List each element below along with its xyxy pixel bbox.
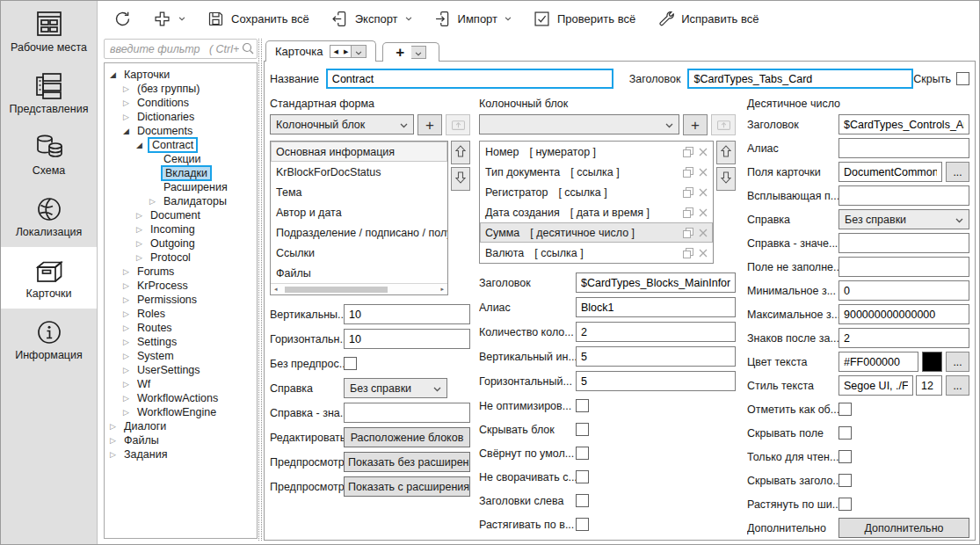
block-caption-input[interactable] (576, 272, 736, 293)
blocks-list-item[interactable]: KrBlockForDocStatus (271, 162, 447, 182)
tree-item-outgoing[interactable]: ▷Outgoing (108, 236, 257, 251)
tree-expander-icon[interactable]: ▷ (149, 198, 161, 206)
tree-expander-icon[interactable]: ▷ (136, 240, 148, 248)
tooltip-input[interactable] (838, 185, 969, 206)
hide-field-checkbox[interactable] (838, 426, 852, 440)
tab-list-dropdown[interactable] (352, 45, 367, 58)
tree-expander-icon[interactable]: ▷ (123, 310, 134, 318)
no-preview-checkbox[interactable] (344, 357, 357, 370)
tree-expander-icon[interactable]: ◢ (110, 71, 121, 79)
controls-list-item[interactable]: Сумма[ десятичное число ] (480, 222, 713, 243)
tree-item-usersettings[interactable]: ▷UserSettings (108, 363, 257, 377)
tree-expander-icon[interactable]: ▷ (123, 282, 134, 290)
controls-list-item[interactable]: Номер[ нумератор ] (480, 142, 713, 162)
hide-control-caption-checkbox[interactable] (838, 474, 852, 487)
blocks-list-item[interactable]: Тема (271, 182, 447, 202)
help-mode-combo[interactable]: Без справки (344, 378, 447, 398)
controls-list-item[interactable]: Тип документа[ ссылка ] (480, 162, 713, 182)
add-button[interactable] (153, 10, 185, 28)
tree-item-карточки[interactable]: ◢Карточки (108, 68, 257, 82)
mark-as-required-checkbox[interactable] (838, 403, 852, 416)
arrow-right-icon[interactable]: ▶ (341, 48, 351, 55)
move-down-button[interactable] (716, 167, 736, 191)
not-optimized-checkbox[interactable] (576, 399, 589, 412)
sidebar-item-views[interactable]: Представления (1, 62, 97, 124)
help-value-input[interactable] (838, 233, 969, 253)
tree-item-routes[interactable]: ▷Routes (108, 321, 257, 335)
tree-item-protocol[interactable]: ▷Protocol (108, 251, 257, 265)
controls-list-item[interactable]: Валюта[ ссылка ] (480, 243, 713, 263)
tree-expander-icon[interactable]: ▷ (110, 423, 121, 431)
tree-item-расширения[interactable]: Расширения (108, 180, 257, 194)
sidebar-item-info[interactable]: Информация (1, 309, 97, 370)
add-control-button[interactable]: + (683, 114, 708, 135)
tree-expander-icon[interactable]: ▷ (123, 409, 134, 417)
tree-expander-icon[interactable]: ▷ (123, 99, 134, 107)
control-alias-input[interactable] (838, 138, 969, 158)
horizontal-scrollbar[interactable]: ◂▸ (271, 283, 447, 294)
block-alias-input[interactable] (576, 297, 736, 317)
blocks-list-item[interactable]: Ссылки (271, 243, 447, 263)
tree-expander-icon[interactable]: ▷ (123, 268, 134, 276)
copy-icon[interactable] (683, 167, 693, 178)
tree-expander-icon[interactable]: ▷ (136, 254, 148, 262)
text-style-input[interactable] (838, 375, 913, 396)
edit-blocks-layout-button[interactable]: Расположение блоков (344, 427, 470, 447)
tree-expander-icon[interactable]: ▷ (136, 226, 148, 234)
copy-icon[interactable] (683, 207, 693, 218)
help-mode-combo[interactable]: Без справки (838, 209, 969, 229)
vertical-interval-input[interactable] (576, 346, 736, 367)
delete-icon[interactable] (699, 249, 708, 258)
tree-item-секции[interactable]: Секции (108, 152, 257, 166)
columns-count-input[interactable] (576, 322, 736, 342)
tab-card[interactable]: Карточка ◀ ▶ (265, 40, 376, 62)
captions-left-checkbox[interactable] (576, 494, 589, 507)
text-color-input[interactable] (838, 352, 918, 372)
tree-item-incoming[interactable]: ▷Incoming (108, 222, 257, 236)
tree-expander-icon[interactable]: ◢ (136, 142, 148, 149)
control-move-to-group-button[interactable] (711, 114, 736, 135)
copy-icon[interactable] (683, 248, 693, 258)
title-input[interactable] (687, 69, 913, 89)
stretch-vertically-checkbox[interactable] (576, 518, 589, 531)
blocks-list-item[interactable]: Автор и дата (271, 202, 447, 222)
tree-item-workflowactions[interactable]: ▷WorkflowActions (108, 391, 257, 405)
delete-icon[interactable] (699, 229, 708, 237)
copy-icon[interactable] (683, 228, 693, 238)
delete-icon[interactable] (699, 168, 708, 177)
blocks-list-item[interactable]: Основная информация (271, 142, 447, 162)
tree-item-файлы[interactable]: ▷Файлы (108, 433, 257, 447)
pane-splitter[interactable] (258, 39, 262, 541)
stretch-width-checkbox[interactable] (838, 498, 852, 511)
refresh-button[interactable] (113, 10, 132, 28)
delete-icon[interactable] (699, 188, 708, 197)
scroll-left-icon[interactable]: ◂ (274, 286, 278, 293)
tree-item-documents[interactable]: ◢Documents (108, 124, 257, 138)
text-style-size-input[interactable] (916, 375, 942, 396)
tree-item-system[interactable]: ▷System (108, 349, 257, 363)
delete-icon[interactable] (699, 208, 708, 217)
tree-item-settings[interactable]: ▷Settings (108, 335, 257, 349)
preview-without-extensions-button[interactable]: Показать без расширени (344, 452, 470, 472)
fix-all-button[interactable]: Исправить всё (657, 10, 759, 28)
hide-checkbox[interactable] (956, 72, 969, 85)
tree-item-roles[interactable]: ▷Roles (108, 307, 257, 321)
preview-with-extensions-button[interactable]: Показать с расширениям (344, 476, 470, 497)
no-collapse-checkbox[interactable] (576, 470, 589, 483)
controls-list-item[interactable]: Регистратор[ ссылка ] (480, 182, 713, 202)
name-input[interactable] (326, 69, 613, 89)
card-fields-input[interactable] (838, 162, 942, 182)
sidebar-item-localization[interactable]: Локализация (1, 185, 97, 247)
horizontal-interval-input[interactable] (576, 371, 736, 391)
move-to-group-button[interactable] (446, 114, 470, 135)
arrow-left-icon[interactable]: ◀ (330, 48, 340, 55)
tree-item-contract[interactable]: ◢Contract (108, 138, 257, 152)
tree-item-без-группы[interactable]: ▷(без группы) (108, 82, 257, 96)
decimal-places-input[interactable] (838, 328, 969, 348)
additional-button[interactable]: Дополнительно (838, 518, 969, 538)
tree-expander-icon[interactable]: ▷ (123, 395, 134, 403)
tree-item-conditions[interactable]: ▷Conditions (108, 96, 257, 110)
tree-expander-icon[interactable]: ▷ (123, 338, 134, 346)
tree-expander-icon[interactable]: ▷ (123, 324, 134, 332)
tree-item-задания[interactable]: ▷Задания (108, 447, 257, 461)
